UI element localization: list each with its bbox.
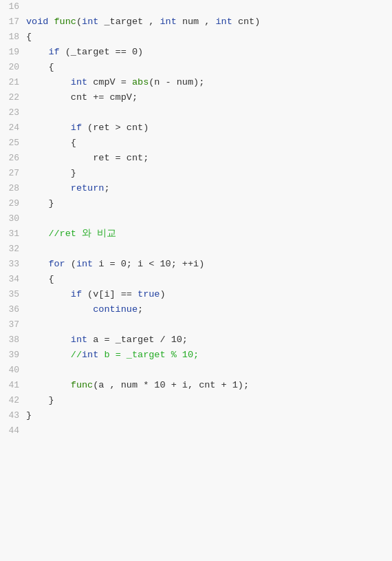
code-text-39: //int b = _target % 10; — [26, 348, 392, 363]
code-line-23: 23 — [0, 106, 392, 121]
line-num-33: 33 — [0, 257, 26, 271]
code-line-42: 42 } — [0, 394, 392, 409]
line-num-26: 26 — [0, 151, 26, 165]
line-num-42: 42 — [0, 394, 26, 407]
line-num-27: 27 — [0, 167, 26, 180]
code-text-31: //ret 와 비교 — [26, 227, 392, 242]
code-editor: 16 17 void func(int _target , int num , … — [0, 0, 392, 561]
code-line-33: 33 for (int i = 0; i < 10; ++i) — [0, 257, 392, 273]
line-num-29: 29 — [0, 197, 26, 211]
line-num-23: 23 — [0, 106, 26, 120]
line-num-40: 40 — [0, 363, 26, 377]
code-line-25: 25 { — [0, 136, 392, 151]
line-num-20: 20 — [0, 61, 26, 74]
code-line-36: 36 continue; — [0, 303, 392, 318]
code-line-37: 37 — [0, 318, 392, 333]
code-line-27: 27 } — [0, 167, 392, 182]
code-text-19: if (_target == 0) — [26, 45, 392, 60]
code-line-21: 21 int cmpV = abs(n - num); — [0, 76, 392, 91]
line-num-43: 43 — [0, 409, 26, 423]
line-num-39: 39 — [0, 348, 26, 362]
code-text-41: func(a , num * 10 + i, cnt + 1); — [26, 379, 392, 393]
line-num-41: 41 — [0, 379, 26, 392]
line-num-28: 28 — [0, 182, 26, 195]
code-text-20: { — [26, 61, 392, 75]
code-text-43: } — [26, 409, 392, 423]
code-text-27: } — [26, 167, 392, 181]
code-line-22: 22 cnt += cmpV; — [0, 91, 392, 106]
code-line-44: 44 — [0, 424, 392, 439]
code-line-40: 40 — [0, 363, 392, 379]
line-num-34: 34 — [0, 273, 26, 286]
line-num-31: 31 — [0, 227, 26, 241]
line-num-36: 36 — [0, 303, 26, 317]
code-text-25: { — [26, 136, 392, 151]
code-line-19: 19 if (_target == 0) — [0, 45, 392, 61]
line-num-44: 44 — [0, 424, 26, 438]
code-text-26: ret = cnt; — [26, 151, 392, 166]
line-num-25: 25 — [0, 136, 26, 150]
line-num-37: 37 — [0, 318, 26, 332]
code-line-29: 29 } — [0, 197, 392, 212]
code-text-34: { — [26, 273, 392, 287]
line-num-19: 19 — [0, 45, 26, 59]
line-num-35: 35 — [0, 288, 26, 301]
code-text-42: } — [26, 394, 392, 408]
code-text-24: if (ret > cnt) — [26, 121, 392, 136]
code-line-43: 43 } — [0, 409, 392, 424]
code-line-16: 16 — [0, 0, 392, 15]
code-text-18: { — [26, 30, 392, 45]
line-num-17: 17 — [0, 15, 26, 29]
code-line-20: 20 { — [0, 61, 392, 76]
code-line-32: 32 — [0, 242, 392, 257]
code-line-41: 41 func(a , num * 10 + i, cnt + 1); — [0, 379, 392, 394]
line-num-32: 32 — [0, 242, 26, 256]
code-text-29: } — [26, 197, 392, 211]
code-text-33: for (int i = 0; i < 10; ++i) — [26, 257, 392, 272]
code-text-21: int cmpV = abs(n - num); — [26, 76, 392, 90]
code-line-18: 18 { — [0, 30, 392, 45]
code-text-22: cnt += cmpV; — [26, 91, 392, 105]
code-text-17: void func(int _target , int num , int cn… — [26, 15, 392, 30]
code-line-17: 17 void func(int _target , int num , int… — [0, 15, 392, 30]
line-num-21: 21 — [0, 76, 26, 89]
line-num-22: 22 — [0, 91, 26, 105]
code-line-31: 31 //ret 와 비교 — [0, 227, 392, 242]
code-line-30: 30 — [0, 212, 392, 227]
line-num-16: 16 — [0, 0, 26, 14]
code-text-38: int a = _target / 10; — [26, 333, 392, 348]
line-num-30: 30 — [0, 212, 26, 226]
line-num-24: 24 — [0, 121, 26, 135]
code-text-36: continue; — [26, 303, 392, 317]
code-text-35: if (v[i] == true) — [26, 288, 392, 302]
code-line-34: 34 { — [0, 273, 392, 288]
code-line-24: 24 if (ret > cnt) — [0, 121, 392, 136]
code-text-28: return; — [26, 182, 392, 196]
code-line-28: 28 return; — [0, 182, 392, 197]
code-line-38: 38 int a = _target / 10; — [0, 333, 392, 348]
code-line-39: 39 //int b = _target % 10; — [0, 348, 392, 363]
line-num-18: 18 — [0, 30, 26, 44]
line-num-38: 38 — [0, 333, 26, 347]
code-line-35: 35 if (v[i] == true) — [0, 288, 392, 303]
code-line-26: 26 ret = cnt; — [0, 151, 392, 167]
